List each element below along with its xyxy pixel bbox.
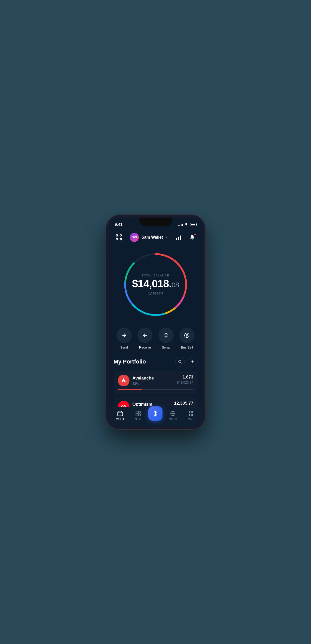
nav-wallet[interactable]: Wallet [112, 410, 128, 421]
action-buttons: Send Receive [109, 328, 203, 357]
status-time: 9:41 [115, 222, 123, 227]
svg-rect-26 [118, 412, 123, 416]
chevron-down-icon: ▾ [166, 236, 168, 239]
balance-cents: 08 [172, 281, 179, 289]
svg-rect-9 [180, 235, 181, 240]
op-name: Optimism [133, 402, 152, 407]
send-icon [121, 333, 127, 338]
portfolio-title: My Portfolio [114, 358, 146, 365]
balance-label: TOTAL BALANCE [132, 274, 179, 277]
nav-nfts[interactable]: NFTs [130, 410, 146, 421]
receive-button[interactable]: Receive [137, 328, 153, 349]
chart-button[interactable] [173, 232, 184, 242]
battery-icon [190, 223, 197, 226]
balance-assets: 12 Assets [132, 291, 179, 295]
balance-amount: $14,018.08 [132, 278, 179, 289]
more-nav-icon [188, 410, 194, 417]
buy-sell-button[interactable]: Buy/Sell [179, 328, 194, 349]
center-nav-icon [152, 410, 159, 417]
avax-progress-bar [118, 389, 193, 390]
avax-progress-fill [118, 389, 142, 390]
notification-button[interactable] [187, 232, 197, 242]
send-button[interactable]: Send [117, 328, 132, 349]
nfts-nav-icon [135, 410, 141, 417]
nav-wallet-label: Wallet [116, 418, 124, 421]
phone-inner: 9:41 [109, 218, 203, 427]
buy-sell-label: Buy/Sell [181, 345, 193, 349]
buy-sell-icon [184, 332, 190, 338]
notch [139, 218, 172, 226]
asset-card-avax[interactable]: Avalanche 32% 1.673 $43,023.34 [114, 371, 198, 394]
send-label: Send [120, 345, 128, 349]
svg-rect-30 [138, 414, 140, 416]
portfolio-header: My Portfolio [114, 357, 198, 367]
svg-rect-36 [191, 411, 193, 413]
balance-section: TOTAL BALANCE $14,018.08 12 Assets [109, 246, 203, 328]
avax-logo [118, 375, 129, 386]
svg-rect-37 [189, 414, 190, 416]
svg-rect-29 [136, 414, 138, 416]
nav-web3[interactable]: Web3 [165, 410, 181, 421]
bar-chart-icon [176, 235, 181, 240]
scan-button[interactable] [114, 232, 124, 242]
svg-rect-2 [116, 238, 118, 240]
signal-bars-icon [178, 223, 183, 226]
avax-pct: 32% [133, 382, 154, 385]
avax-icon [121, 377, 127, 384]
scan-icon [115, 234, 122, 241]
avatar: SW [130, 233, 139, 242]
wifi-icon [184, 223, 188, 226]
balance-center: TOTAL BALANCE $14,018.08 12 Assets [132, 274, 179, 295]
status-icons [178, 223, 197, 226]
receive-icon [142, 333, 148, 338]
nav-more-label: More [188, 418, 194, 421]
avax-amount: 1.673 [177, 375, 193, 380]
bottom-nav: Wallet NFTs [109, 407, 203, 427]
portfolio-add-button[interactable] [188, 357, 198, 367]
svg-rect-8 [178, 237, 179, 240]
avax-name: Avalanche [133, 376, 154, 381]
avax-usd: $43,023.34 [177, 381, 193, 384]
svg-point-22 [178, 360, 181, 362]
svg-rect-27 [136, 411, 138, 413]
nav-web3-label: Web3 [169, 418, 177, 421]
portfolio-actions [175, 357, 198, 367]
search-icon [178, 360, 182, 364]
nav-more[interactable]: More [183, 410, 199, 421]
receive-label: Receive [139, 345, 151, 349]
nav-center-button[interactable] [148, 406, 162, 421]
swap-icon [163, 333, 169, 338]
account-name: Sam Wallet [141, 235, 163, 240]
phone-frame: 9:41 [106, 215, 205, 429]
header-right [173, 232, 197, 242]
web3-nav-icon [170, 410, 176, 417]
svg-rect-35 [189, 411, 190, 413]
svg-rect-28 [138, 411, 140, 413]
header: SW Sam Wallet ▾ [109, 230, 203, 246]
wallet-nav-icon [117, 410, 123, 417]
nav-nfts-label: NFTs [135, 418, 141, 421]
svg-line-23 [181, 362, 182, 363]
plus-icon [191, 360, 195, 364]
svg-rect-38 [191, 414, 193, 416]
swap-label: Swap [162, 345, 170, 349]
portfolio-search-button[interactable] [175, 357, 185, 367]
notification-badge [194, 233, 196, 236]
svg-rect-0 [116, 235, 118, 236]
balance-circle: TOTAL BALANCE $14,018.08 12 Assets [120, 249, 191, 320]
account-selector[interactable]: SW Sam Wallet ▾ [130, 233, 168, 242]
swap-button[interactable]: Swap [158, 328, 174, 349]
op-amount: 12,305.77 [174, 401, 193, 406]
svg-rect-7 [176, 238, 177, 239]
svg-rect-1 [120, 235, 121, 236]
